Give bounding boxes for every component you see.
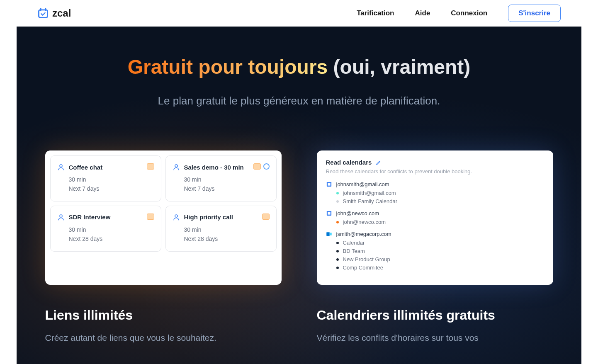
hero-title-white: (oui, vraiment) [328, 56, 470, 78]
calendars-title: Read calendars [326, 159, 372, 166]
logo[interactable]: zcal [37, 7, 71, 19]
feature-row: Liens illimités Créez autant de liens qu… [37, 308, 561, 345]
event-range: Next 7 days [184, 184, 270, 193]
event-card[interactable]: Coffee chat 30 min Next 7 days [50, 155, 161, 201]
event-title: SDR Interview [69, 214, 111, 221]
play-circle-icon [263, 163, 270, 170]
google-calendar-icon [326, 210, 332, 216]
bullet-icon [336, 267, 339, 269]
calendar-label: john@newco.com [343, 219, 386, 225]
event-card[interactable]: Sales demo - 30 min 30 min Next 7 days [165, 155, 277, 201]
person-icon [57, 163, 65, 171]
bullet-icon [336, 258, 339, 261]
calendar-label: Smith Family Calendar [343, 198, 398, 204]
image-badge-icon [147, 163, 154, 170]
person-icon [173, 163, 180, 171]
svg-rect-10 [329, 233, 331, 235]
person-icon [173, 214, 180, 221]
image-badge-icon [147, 214, 154, 220]
calendar-email: jsmith@megacorp.com [336, 231, 391, 237]
calendar-sub-item[interactable]: Comp Commitee [336, 265, 544, 271]
logo-text: zcal [52, 7, 71, 19]
calendar-label: Comp Commitee [343, 265, 384, 271]
calendar-sub-item[interactable]: Smith Family Calendar [336, 198, 544, 204]
event-card[interactable]: SDR Interview 30 min Next 28 days [50, 206, 161, 252]
event-grid: Coffee chat 30 min Next 7 days [50, 155, 277, 252]
hero-title-gradient: Gratuit pour toujours [128, 56, 328, 78]
svg-rect-9 [326, 232, 330, 236]
event-range: Next 28 days [184, 234, 270, 243]
calendar-sub-item[interactable]: john@newco.com [336, 219, 544, 225]
cards-row: Coffee chat 30 min Next 7 days [37, 150, 561, 285]
calendar-sub-item[interactable]: BD Team [336, 248, 544, 254]
calendar-account: johnsmith@gmail.com johnsmith@gmail.com … [326, 181, 544, 204]
calendar-label: Calendar [343, 240, 365, 246]
calendars-subtitle: Read these calendars for conflicts to pr… [326, 168, 544, 175]
event-duration: 30 min [69, 175, 154, 184]
google-calendar-icon [326, 181, 332, 187]
event-duration: 30 min [69, 225, 154, 234]
bullet-icon [336, 250, 339, 252]
event-title: Sales demo - 30 min [184, 164, 244, 171]
person-icon [57, 214, 65, 221]
calendar-account: jsmith@megacorp.com Calendar BD Team [326, 231, 544, 271]
bullet-icon [336, 221, 339, 223]
nav: Tarification Aide Connexion S'inscrire [357, 5, 561, 22]
svg-rect-8 [328, 212, 330, 214]
event-duration: 30 min [184, 175, 270, 184]
calendar-sub-item[interactable]: Calendar [336, 240, 544, 246]
feature-title: Calendriers illimités gratuits [317, 308, 553, 323]
svg-point-1 [60, 165, 62, 167]
event-title: Coffee chat [69, 164, 103, 171]
signup-button[interactable]: S'inscrire [508, 5, 561, 22]
bullet-icon [336, 242, 339, 244]
image-badge-icon [253, 163, 261, 170]
outlook-icon [326, 231, 332, 237]
event-range: Next 28 days [69, 234, 154, 243]
calendar-sub-item[interactable]: New Product Group [336, 256, 544, 262]
event-card[interactable]: High priority call 30 min Next 28 days [165, 206, 277, 252]
svg-rect-0 [39, 10, 48, 18]
event-title: High priority call [184, 214, 233, 221]
calendar-email: johnsmith@gmail.com [336, 181, 389, 187]
svg-point-3 [60, 215, 62, 217]
svg-point-2 [175, 165, 177, 167]
svg-rect-6 [328, 183, 330, 185]
image-badge-icon [262, 214, 270, 220]
svg-point-4 [175, 215, 177, 217]
calendar-logo-icon [37, 7, 49, 19]
calendar-label: BD Team [343, 248, 365, 254]
nav-login[interactable]: Connexion [451, 9, 487, 17]
feature-block-left: Liens illimités Créez autant de liens qu… [45, 308, 282, 345]
feature-block-right: Calendriers illimités gratuits Vérifiez … [317, 308, 553, 345]
calendar-email: john@newco.com [336, 210, 379, 216]
bullet-icon [336, 200, 339, 203]
header: zcal Tarification Aide Connexion S'inscr… [17, 0, 581, 27]
feature-desc: Créez autant de liens que vous le souhai… [45, 331, 282, 345]
hero-subtitle: Le plan gratuit le plus généreux en mati… [154, 93, 444, 109]
hero-section: Gratuit pour toujours (oui, vraiment) Le… [17, 27, 581, 364]
calendar-label: johnsmith@gmail.com [343, 190, 396, 196]
nav-help[interactable]: Aide [415, 9, 430, 17]
event-range: Next 7 days [69, 184, 154, 193]
pencil-icon[interactable] [376, 160, 382, 165]
calendars-panel: Read calendars Read these calendars for … [317, 150, 553, 285]
nav-pricing[interactable]: Tarification [357, 9, 394, 17]
feature-title: Liens illimités [45, 308, 282, 323]
event-duration: 30 min [184, 225, 270, 234]
calendar-sub-item[interactable]: johnsmith@gmail.com [336, 190, 544, 196]
calendar-account: john@newco.com john@newco.com [326, 210, 544, 225]
events-panel: Coffee chat 30 min Next 7 days [45, 150, 282, 285]
bullet-icon [336, 192, 339, 194]
calendar-label: New Product Group [343, 256, 390, 262]
feature-desc: Vérifiez les conflits d'horaires sur tou… [317, 331, 553, 345]
hero-title: Gratuit pour toujours (oui, vraiment) [37, 56, 561, 78]
